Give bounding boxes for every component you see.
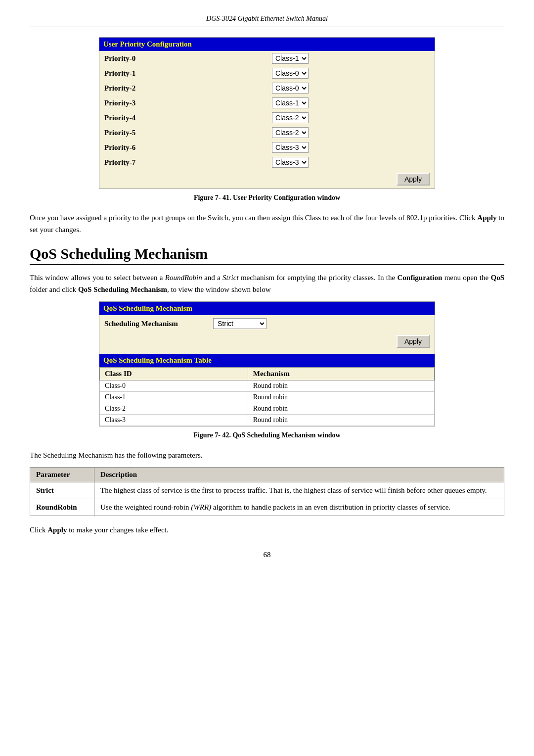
page-header: DGS-3024 Gigabit Ethernet Switch Manual bbox=[30, 15, 504, 27]
priority-select-cell-1: Class-0Class-1Class-2Class-3 bbox=[267, 66, 435, 81]
params-col-header: Parameter bbox=[30, 468, 94, 482]
priority-config-table: Priority-0Class-0Class-1Class-2Class-3Pr… bbox=[99, 51, 435, 170]
page-footer: 68 bbox=[30, 551, 504, 559]
header-title: DGS-3024 Gigabit Ethernet Switch Manual bbox=[206, 15, 328, 22]
priority-select-4[interactable]: Class-0Class-1Class-2Class-3 bbox=[272, 112, 309, 123]
priority-label-5: Priority-5 bbox=[99, 125, 267, 140]
priority-select-3[interactable]: Class-0Class-1Class-2Class-3 bbox=[272, 97, 309, 108]
qos-class-id-0: Class-0 bbox=[100, 380, 248, 392]
priority-select-7[interactable]: Class-0Class-1Class-2Class-3 bbox=[272, 157, 309, 168]
figure41-title-bar: User Priority Configuration bbox=[99, 38, 435, 51]
qos-table-row: Class-3Round robin bbox=[100, 415, 435, 426]
footer-text: Click Apply to make your changes take ef… bbox=[30, 524, 504, 536]
priority-label-3: Priority-3 bbox=[99, 95, 267, 110]
params-row-1: RoundRobinUse the weighted round-robin (… bbox=[30, 499, 504, 516]
figure41-apply-row: Apply bbox=[99, 170, 435, 189]
figure42-caption: Figure 7- 42. QoS Scheduling Mechanism w… bbox=[30, 431, 504, 439]
params-intro: The Scheduling Mechanism has the followi… bbox=[30, 449, 504, 461]
priority-select-cell-4: Class-0Class-1Class-2Class-3 bbox=[267, 110, 435, 125]
figure42-title-bar: QoS Scheduling Mechanism bbox=[99, 302, 435, 315]
priority-select-0[interactable]: Class-0Class-1Class-2Class-3 bbox=[272, 53, 309, 64]
qos-mechanism-2: Round robin bbox=[248, 403, 434, 415]
priority-select-cell-6: Class-0Class-1Class-2Class-3 bbox=[267, 140, 435, 155]
qos-table-row: Class-0Round robin bbox=[100, 380, 435, 392]
qos-class-id-2: Class-2 bbox=[100, 403, 248, 415]
params-col-header: Description bbox=[94, 468, 504, 482]
priority-label-1: Priority-1 bbox=[99, 66, 267, 81]
priority-select-cell-5: Class-0Class-1Class-2Class-3 bbox=[267, 125, 435, 140]
priority-select-cell-7: Class-0Class-1Class-2Class-3 bbox=[267, 155, 435, 170]
qos-mechanism-3: Round robin bbox=[248, 415, 434, 426]
qos-table-row: Class-2Round robin bbox=[100, 403, 435, 415]
figure41-caption: Figure 7- 41. User Priority Configuratio… bbox=[30, 194, 504, 202]
figure42-table-title-bar: QoS Scheduling Mechanism Table bbox=[99, 354, 435, 367]
section-heading: QoS Scheduling Mechanism bbox=[30, 245, 504, 265]
priority-label-7: Priority-7 bbox=[99, 155, 267, 170]
figure42-apply-button[interactable]: Apply bbox=[397, 335, 430, 348]
qos-mechanism-row: Scheduling Mechanism StrictRoundRobin bbox=[99, 315, 435, 332]
qos-mechanism-0: Round robin bbox=[248, 380, 434, 392]
figure41-apply-button[interactable]: Apply bbox=[397, 173, 430, 186]
param-desc-0: The highest class of service is the firs… bbox=[94, 482, 504, 499]
priority-label-4: Priority-4 bbox=[99, 110, 267, 125]
figure42-apply-row: Apply bbox=[99, 332, 435, 351]
priority-select-cell-2: Class-0Class-1Class-2Class-3 bbox=[267, 81, 435, 95]
body-text-1: Once you have assigned a priority to the… bbox=[30, 212, 504, 236]
params-table: ParameterDescriptionStrictThe highest cl… bbox=[30, 467, 504, 516]
body-text-2: This window allows you to select between… bbox=[30, 272, 504, 295]
qos-class-id-1: Class-1 bbox=[100, 392, 248, 403]
priority-select-cell-0: Class-0Class-1Class-2Class-3 bbox=[267, 51, 435, 66]
scheduling-mechanism-label: Scheduling Mechanism bbox=[104, 320, 213, 328]
priority-select-6[interactable]: Class-0Class-1Class-2Class-3 bbox=[272, 142, 309, 153]
priority-select-cell-3: Class-0Class-1Class-2Class-3 bbox=[267, 95, 435, 110]
page-number: 68 bbox=[264, 551, 271, 559]
priority-label-6: Priority-6 bbox=[99, 140, 267, 155]
figure42-container: QoS Scheduling Mechanism Scheduling Mech… bbox=[99, 301, 435, 426]
figure42-title: QoS Scheduling Mechanism bbox=[103, 304, 192, 312]
qos-table-row: Class-1Round robin bbox=[100, 392, 435, 403]
figure42-table-title: QoS Scheduling Mechanism Table bbox=[103, 356, 212, 364]
param-name-1: RoundRobin bbox=[30, 499, 94, 516]
figure41-title: User Priority Configuration bbox=[103, 40, 192, 48]
param-desc-1: Use the weighted round-robin (WRR) algor… bbox=[94, 499, 504, 516]
params-row-0: StrictThe highest class of service is th… bbox=[30, 482, 504, 499]
figure41-container: User Priority Configuration Priority-0Cl… bbox=[99, 37, 435, 189]
qos-class-id-3: Class-3 bbox=[100, 415, 248, 426]
priority-select-2[interactable]: Class-0Class-1Class-2Class-3 bbox=[272, 83, 309, 94]
priority-select-1[interactable]: Class-0Class-1Class-2Class-3 bbox=[272, 68, 309, 79]
priority-select-5[interactable]: Class-0Class-1Class-2Class-3 bbox=[272, 127, 309, 138]
param-name-0: Strict bbox=[30, 482, 94, 499]
qos-col-header: Class ID bbox=[100, 368, 248, 380]
qos-col-header: Mechanism bbox=[248, 368, 434, 380]
qos-data-table: Class IDMechanismClass-0Round robinClass… bbox=[99, 367, 435, 426]
priority-label-2: Priority-2 bbox=[99, 81, 267, 95]
scheduling-mechanism-select[interactable]: StrictRoundRobin bbox=[213, 318, 267, 329]
qos-mechanism-1: Round robin bbox=[248, 392, 434, 403]
priority-label-0: Priority-0 bbox=[99, 51, 267, 66]
